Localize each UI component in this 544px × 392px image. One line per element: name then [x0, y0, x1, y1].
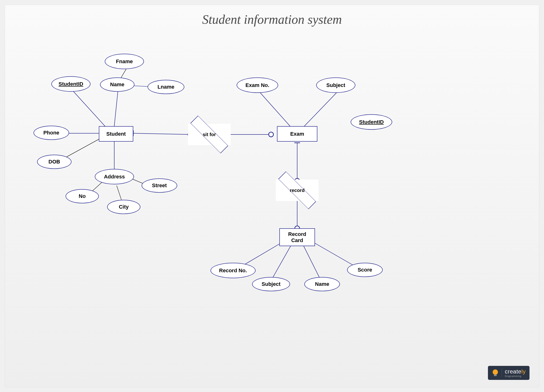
- diagram-title: Student information system: [202, 12, 342, 27]
- svg-line-2: [71, 89, 107, 129]
- svg-line-7: [62, 139, 99, 159]
- attribute-lname[interactable]: Lname: [148, 80, 184, 94]
- svg-line-3: [114, 92, 118, 126]
- entity-record-card[interactable]: Record Card: [279, 228, 315, 246]
- attribute-no[interactable]: No: [65, 189, 99, 203]
- attribute-rc-name[interactable]: Name: [304, 277, 340, 291]
- entity-student[interactable]: Student: [99, 126, 133, 142]
- svg-line-20: [303, 245, 321, 281]
- attribute-fname[interactable]: Fname: [105, 54, 144, 69]
- creately-logo: creately Diagramming: [488, 366, 530, 380]
- attribute-subject[interactable]: Subject: [316, 77, 355, 93]
- attribute-phone[interactable]: Phone: [34, 126, 69, 140]
- attribute-exam-no[interactable]: Exam No.: [237, 77, 278, 93]
- svg-line-10: [117, 185, 121, 200]
- attribute-address[interactable]: Address: [95, 169, 134, 184]
- svg-line-12: [133, 133, 190, 135]
- attribute-score[interactable]: Score: [347, 263, 383, 277]
- attribute-rc-subject[interactable]: Subject: [252, 277, 290, 291]
- entity-exam[interactable]: Exam: [277, 126, 317, 142]
- diagram-canvas: Student information system: [5, 5, 539, 387]
- attribute-student-id[interactable]: StudentID: [51, 76, 90, 92]
- attribute-street[interactable]: Street: [142, 178, 177, 193]
- svg-line-14: [260, 93, 290, 126]
- bulb-icon: [492, 369, 499, 377]
- relationship-sit-for[interactable]: sit for: [188, 124, 231, 145]
- attribute-student-id-2[interactable]: StudentID: [351, 114, 392, 130]
- relationship-record[interactable]: record: [276, 180, 319, 201]
- attribute-name[interactable]: Name: [100, 77, 135, 92]
- attribute-dob[interactable]: DOB: [37, 155, 71, 169]
- attribute-city[interactable]: City: [107, 200, 140, 214]
- attribute-record-no[interactable]: Record No.: [210, 263, 256, 278]
- svg-line-19: [271, 245, 291, 281]
- svg-line-15: [304, 93, 336, 126]
